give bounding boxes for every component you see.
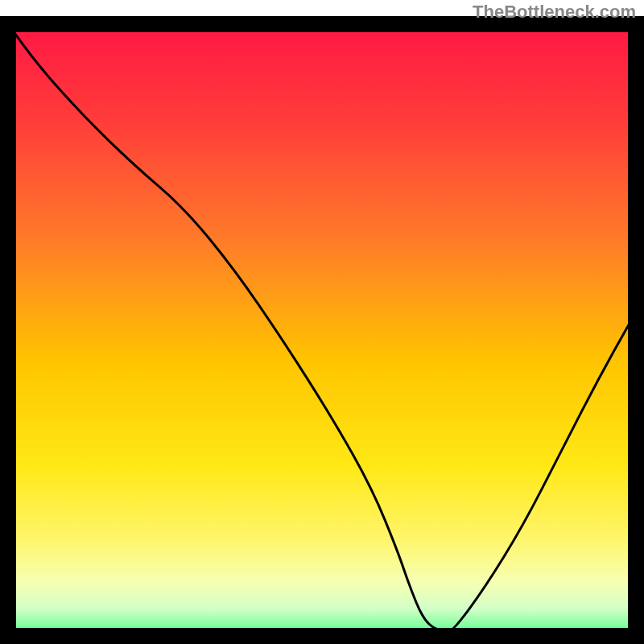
bottleneck-chart [0, 0, 644, 644]
chart-container: TheBottleneck.com [0, 0, 644, 644]
plot-background [8, 24, 636, 636]
watermark-text: TheBottleneck.com [473, 2, 636, 23]
